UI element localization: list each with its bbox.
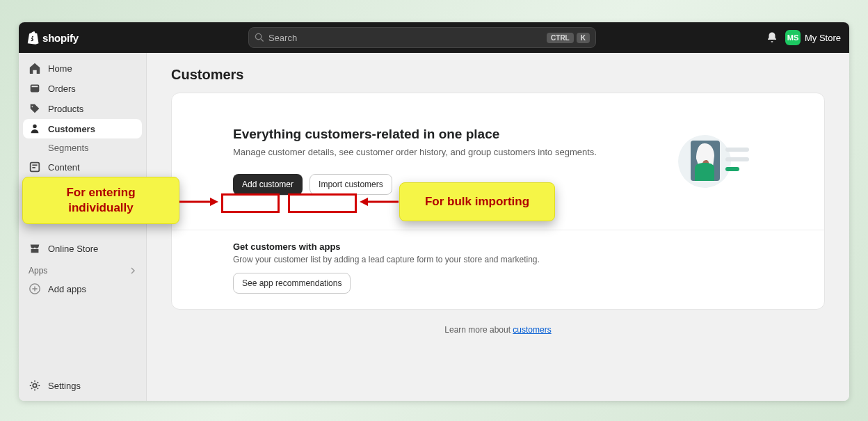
svg-point-12 [33, 383, 36, 387]
sidebar-item-orders[interactable]: Orders [23, 79, 142, 98]
sidebar-add-apps[interactable]: Add apps [23, 279, 142, 299]
learn-more: Learn more about customers [171, 319, 825, 339]
topbar-right: MS My Store [766, 30, 841, 45]
search-placeholder: Search [268, 33, 297, 43]
sidebar-sub-segments[interactable]: Segments [23, 139, 142, 157]
store-switcher[interactable]: MS My Store [785, 30, 841, 45]
plus-circle-icon [29, 283, 41, 295]
apps-cta-text: Grow your customer list by adding a lead… [233, 255, 763, 264]
customer-illustration [678, 127, 762, 196]
store-badge: MS [785, 30, 801, 45]
svg-point-0 [255, 33, 261, 39]
sidebar-item-label: Content [48, 162, 80, 173]
svg-rect-3 [32, 86, 38, 87]
sidebar: Home Orders Products Customers Segments … [19, 53, 147, 401]
svg-rect-6 [32, 164, 37, 166]
apps-cta: Get customers with apps Grow your custom… [172, 230, 824, 309]
sidebar-item-label: Home [48, 63, 72, 74]
svg-marker-19 [210, 198, 218, 206]
kbd-k: K [577, 33, 590, 43]
svg-marker-21 [360, 198, 368, 206]
search-wrap: Search CTRL K [248, 27, 596, 48]
chevron-right-icon [129, 267, 136, 274]
svg-rect-7 [32, 167, 35, 168]
content-area: Customers Everything customers-related i… [147, 53, 849, 401]
see-recs-button[interactable]: See app recommendations [233, 273, 351, 294]
arrow-left [179, 195, 220, 209]
search-icon [255, 33, 264, 42]
sidebar-item-customers[interactable]: Customers [23, 119, 142, 138]
topbar: shopify Search CTRL K MS My Store [19, 22, 849, 53]
notifications-icon[interactable] [766, 31, 778, 44]
hero-subtitle: Manage customer details, see customer or… [233, 146, 650, 159]
kbd-ctrl: CTRL [547, 33, 574, 43]
sidebar-item-label: Orders [48, 84, 76, 94]
sidebar-settings[interactable]: Settings [23, 376, 142, 395]
svg-point-4 [33, 125, 36, 128]
sidebar-item-label: Products [48, 104, 83, 114]
shopify-bag-icon [27, 31, 40, 45]
sidebar-item-label: Add apps [48, 284, 86, 294]
svg-rect-15 [725, 148, 749, 152]
page-title: Customers [171, 67, 825, 83]
shopify-logo[interactable]: shopify [27, 31, 79, 45]
sidebar-item-label: Online Store [48, 244, 98, 254]
content-icon [29, 161, 41, 173]
callout-left: For entering individually [22, 177, 179, 224]
learn-more-link[interactable]: customers [513, 325, 551, 335]
orders-icon [29, 82, 41, 95]
customers-icon [29, 122, 41, 135]
gear-icon [29, 379, 41, 392]
home-icon [29, 62, 41, 74]
sidebar-item-label: Customers [48, 124, 95, 134]
online-store-icon [29, 242, 41, 255]
sidebar-item-label: Settings [48, 381, 81, 391]
svg-rect-17 [725, 167, 739, 171]
add-customer-button[interactable]: Add customer [233, 174, 303, 195]
sidebar-apps-header[interactable]: Apps [23, 259, 142, 278]
sidebar-item-products[interactable]: Products [23, 99, 142, 118]
products-icon [29, 102, 41, 115]
shopify-wordmark: shopify [42, 32, 79, 44]
svg-rect-2 [31, 85, 40, 93]
sidebar-item-content[interactable]: Content [23, 157, 142, 177]
svg-line-1 [261, 39, 264, 42]
apps-cta-title: Get customers with apps [233, 241, 763, 252]
import-customers-button[interactable]: Import customers [310, 174, 392, 195]
hero-title: Everything customers-related in one plac… [233, 127, 650, 142]
search-kbd-hints: CTRL K [547, 33, 590, 43]
shell: Home Orders Products Customers Segments … [19, 53, 849, 401]
search-input[interactable]: Search CTRL K [248, 27, 596, 48]
sidebar-item-home[interactable]: Home [23, 58, 142, 78]
sidebar-item-online-store[interactable]: Online Store [23, 239, 142, 258]
store-name: My Store [805, 33, 841, 43]
arrow-right [358, 195, 399, 209]
callout-right: For bulk importing [399, 182, 555, 221]
svg-rect-16 [725, 157, 749, 161]
hero-illustration [664, 127, 775, 196]
